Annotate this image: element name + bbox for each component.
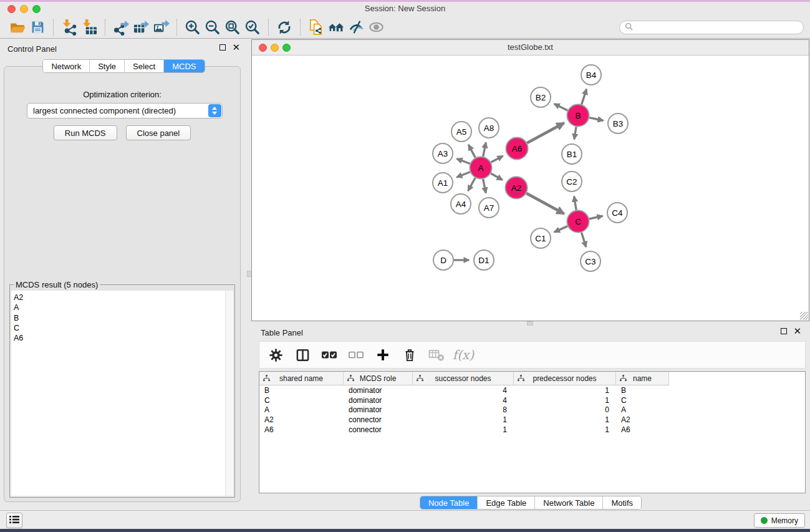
- table-cell[interactable]: A: [259, 405, 344, 414]
- table-cell[interactable]: B: [259, 386, 344, 395]
- table-cell[interactable]: 1: [514, 425, 616, 434]
- graph-node-A5[interactable]: A5: [451, 122, 471, 142]
- task-history-button[interactable]: [6, 513, 22, 528]
- tab-select[interactable]: Select: [124, 60, 163, 72]
- graph-edge-B-B1[interactable]: [574, 127, 576, 139]
- graph-edge-A-A2[interactable]: [491, 173, 503, 180]
- deselect-all-rows-button[interactable]: [347, 346, 365, 364]
- network-minimize-button[interactable]: [271, 44, 279, 52]
- column-header-shared-name[interactable]: shared name: [259, 372, 344, 385]
- table-cell[interactable]: 1: [514, 415, 616, 424]
- tab-mcds[interactable]: MCDS: [163, 60, 204, 72]
- window-resize-grip[interactable]: [800, 312, 808, 320]
- table-cell[interactable]: 1: [514, 396, 616, 405]
- graph-edge-A-A8[interactable]: [483, 143, 486, 157]
- home-button[interactable]: [326, 18, 346, 37]
- close-window-button[interactable]: [7, 5, 16, 13]
- graph-node-A8[interactable]: A8: [479, 118, 499, 138]
- table-cell[interactable]: 4: [413, 396, 514, 405]
- mcds-result-item[interactable]: A6: [14, 333, 233, 343]
- graph-node-B4[interactable]: B4: [581, 65, 601, 85]
- tab-style[interactable]: Style: [89, 60, 124, 72]
- close-panel-icon[interactable]: ✕: [232, 44, 240, 51]
- float-panel-icon[interactable]: [219, 44, 226, 51]
- graph-edge-A-A7[interactable]: [483, 179, 486, 193]
- graph-edge-B-B4[interactable]: [582, 89, 587, 105]
- criterion-dropdown[interactable]: largest connected component (directed): [27, 103, 223, 118]
- select-all-rows-button[interactable]: [321, 346, 338, 364]
- table-row[interactable]: A2connector11A2: [259, 415, 805, 425]
- add-column-button[interactable]: [374, 346, 392, 364]
- graph-node-B2[interactable]: B2: [531, 87, 551, 107]
- graph-node-C2[interactable]: C2: [562, 172, 582, 191]
- table-row[interactable]: Adominator80A: [259, 405, 805, 415]
- table-row[interactable]: Cdominator41C: [259, 395, 805, 405]
- table-cell[interactable]: 8: [413, 405, 514, 414]
- graph-node-A3[interactable]: A3: [433, 143, 453, 163]
- zoom-fit-button[interactable]: [223, 18, 243, 37]
- graph-node-C[interactable]: C: [567, 211, 589, 233]
- mcds-result-item[interactable]: C: [14, 323, 233, 333]
- mcds-result-item[interactable]: A: [14, 302, 233, 312]
- delete-column-button[interactable]: [401, 346, 418, 364]
- refresh-view-button[interactable]: [274, 18, 294, 37]
- graph-edge-A2-C[interactable]: [526, 193, 564, 214]
- zoom-window-button[interactable]: [32, 5, 41, 13]
- table-cell[interactable]: connector: [344, 425, 413, 434]
- table-cell[interactable]: 1: [413, 425, 514, 434]
- zoom-in-button[interactable]: [183, 18, 203, 37]
- column-header-name[interactable]: name: [616, 372, 669, 385]
- column-header-predecessor-nodes[interactable]: predecessor nodes: [514, 372, 616, 385]
- table-cell[interactable]: connector: [344, 415, 413, 424]
- table-cell[interactable]: dominator: [344, 405, 413, 414]
- table-cell[interactable]: A6: [616, 425, 669, 434]
- network-close-button[interactable]: [259, 44, 267, 52]
- table-cell[interactable]: A2: [616, 415, 669, 424]
- minimize-window-button[interactable]: [20, 5, 28, 13]
- graph-node-C3[interactable]: C3: [581, 251, 600, 271]
- close-table-panel-icon[interactable]: ✕: [793, 328, 801, 334]
- graph-node-B[interactable]: B: [567, 105, 589, 127]
- zoom-selected-button[interactable]: [243, 18, 263, 37]
- graph-edge-A6-B[interactable]: [527, 123, 564, 143]
- graph-node-A2[interactable]: A2: [506, 177, 528, 199]
- table-cell[interactable]: 1: [413, 415, 514, 424]
- zoom-out-button[interactable]: [203, 18, 223, 37]
- table-mode-gear-button[interactable]: [267, 346, 284, 364]
- import-network-button[interactable]: [59, 18, 79, 37]
- graph-node-D1[interactable]: D1: [474, 250, 494, 270]
- graph-node-A6[interactable]: A6: [506, 138, 528, 160]
- export-table-button[interactable]: [131, 18, 151, 37]
- graph-node-B1[interactable]: B1: [562, 144, 582, 164]
- table-cell[interactable]: A: [616, 405, 669, 414]
- table-tab-motifs[interactable]: Motifs: [602, 496, 641, 509]
- export-image-button[interactable]: [151, 18, 171, 37]
- search-input[interactable]: [636, 22, 803, 33]
- graph-edge-B-B2[interactable]: [554, 104, 568, 110]
- graph-edge-C-C4[interactable]: [589, 216, 603, 219]
- save-session-button[interactable]: [27, 18, 47, 37]
- mcds-result-item[interactable]: A2: [14, 293, 233, 302]
- float-table-panel-icon[interactable]: [781, 328, 787, 334]
- table-tab-edge-table[interactable]: Edge Table: [477, 496, 534, 509]
- network-canvas[interactable]: AA1A2A3A4A5A6A7A8BB1B2B3B4CC1C2C3C4DD1: [252, 56, 809, 321]
- tab-network[interactable]: Network: [43, 60, 89, 72]
- table-row[interactable]: A6connector11A6: [259, 425, 805, 435]
- graph-edge-A-A6[interactable]: [491, 156, 503, 162]
- table-cell[interactable]: dominator: [344, 386, 413, 395]
- table-cell[interactable]: B: [616, 386, 669, 395]
- table-cell[interactable]: A6: [259, 425, 344, 434]
- table-cell[interactable]: C: [616, 396, 669, 405]
- export-network-button[interactable]: [111, 18, 131, 37]
- graph-node-C4[interactable]: C4: [607, 203, 627, 223]
- graph-node-D[interactable]: D: [433, 250, 453, 270]
- graph-node-B3[interactable]: B3: [608, 114, 628, 133]
- column-header-mcds-role[interactable]: MCDS role: [344, 372, 413, 385]
- show-columns-button[interactable]: [294, 346, 311, 364]
- table-cell[interactable]: C: [259, 396, 344, 405]
- graph-edge-C-C2[interactable]: [574, 196, 576, 210]
- graph-edge-B-B3[interactable]: [589, 118, 603, 121]
- table-cell[interactable]: 0: [514, 405, 616, 414]
- open-file-button[interactable]: [7, 18, 27, 37]
- graph-edge-C-C1[interactable]: [554, 226, 567, 233]
